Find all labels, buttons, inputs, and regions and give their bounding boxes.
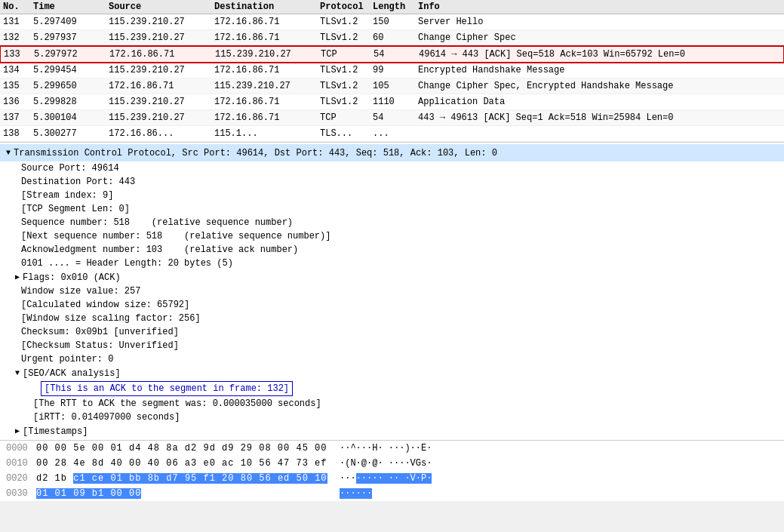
tcp-detail-row: [Checksum Status: Unverified]	[0, 339, 784, 352]
collapse-icon	[15, 270, 20, 284]
hex-bytes: d2 1b c1 ce 01 bb 8b d7 95 f1 20 80 56 e…	[36, 472, 331, 485]
hex-bytes: 01 01 09 b1 00 00	[36, 487, 331, 500]
tcp-detail-row: 0101 .... = Header Length: 20 bytes (5)	[0, 257, 784, 270]
col-header-protocol: Protocol	[320, 2, 373, 12]
hex-panel: 000000 00 5e 00 01 d4 48 8a d2 9d d9 29 …	[0, 441, 784, 501]
pkt-time: 5.297937	[33, 31, 109, 45]
pkt-proto: TLSv1.2	[320, 79, 373, 93]
col-header-info: Info	[418, 2, 781, 12]
packet-row[interactable]: 136 5.299828 115.239.210.27 172.16.86.71…	[0, 94, 784, 110]
pkt-proto: TLSv1.2	[320, 95, 373, 109]
pkt-proto: TCP	[321, 48, 374, 61]
pkt-info: 443 → 49613 [ACK] Seq=1 Ack=518 Win=2598…	[418, 111, 781, 125]
tcp-detail-row: Acknowledgment number: 103 (relative ack…	[0, 243, 784, 257]
detail-panel: Transmission Control Protocol, Src Port:…	[0, 143, 784, 441]
pkt-info: Application Data	[418, 95, 781, 109]
tcp-detail-row: Window size value: 257	[0, 284, 784, 298]
pkt-source: 115.239.210.27	[109, 31, 214, 45]
pkt-len: 99	[373, 63, 418, 77]
hex-bytes: 00 28 4e 8d 40 00 40 06 a3 e0 ac 10 56 4…	[36, 457, 331, 470]
pkt-time: 5.300104	[33, 111, 109, 125]
collapse-icon	[15, 424, 20, 438]
tcp-detail-collapsible[interactable]: Flags: 0x010 (ACK)	[0, 270, 784, 284]
tcp-collapse-icon	[6, 146, 11, 160]
pkt-info: Server Hello	[418, 15, 781, 29]
hex-bytes: 00 00 5e 00 01 d4 48 8a d2 9d d9 29 08 0…	[36, 441, 331, 455]
pkt-dest: 172.16.86.71	[214, 95, 320, 109]
tcp-detail-row: [The RTT to ACK the segment was: 0.00003…	[0, 397, 784, 411]
pkt-proto: TLSv1.2	[320, 63, 373, 77]
pkt-time: 5.300277	[33, 127, 109, 140]
packet-row[interactable]: 134 5.299454 115.239.210.27 172.16.86.71…	[0, 63, 784, 78]
packet-row[interactable]: 137 5.300104 115.239.210.27 172.16.86.71…	[0, 110, 784, 126]
packet-list: No. Time Source Destination Protocol Len…	[0, 0, 784, 143]
hex-row: 001000 28 4e 8d 40 00 40 06 a3 e0 ac 10 …	[0, 456, 784, 471]
tcp-detail-row: [Window size scaling factor: 256]	[0, 312, 784, 325]
pkt-time: 5.299828	[33, 95, 109, 109]
packet-rows-container: 131 5.297409 115.239.210.27 172.16.86.71…	[0, 14, 784, 142]
packet-row[interactable]: 135 5.299650 172.16.86.71 115.239.210.27…	[0, 78, 784, 94]
hex-row: 0020d2 1b c1 ce 01 bb 8b d7 95 f1 20 80 …	[0, 471, 784, 486]
pkt-proto: TCP	[320, 111, 373, 125]
tcp-detail-collapsible[interactable]: [Timestamps]	[0, 424, 784, 438]
pkt-source: 172.16.86.71	[109, 79, 214, 93]
tcp-detail-row: Urgent pointer: 0	[0, 352, 784, 366]
pkt-no: 133	[4, 48, 34, 61]
tcp-detail-row: [Stream index: 9]	[0, 189, 784, 202]
col-header-no: No.	[3, 2, 33, 12]
pkt-info: Change Cipher Spec, Encrypted Handshake …	[418, 79, 781, 93]
pkt-no: 134	[3, 63, 33, 77]
pkt-no: 135	[3, 79, 33, 93]
pkt-info: Encrypted Handshake Message	[418, 63, 781, 77]
pkt-proto: TLSv1.2	[320, 15, 373, 29]
pkt-no: 137	[3, 111, 33, 125]
pkt-dest: 115.239.210.27	[215, 48, 321, 61]
collapse-icon	[15, 366, 20, 380]
pkt-len: 105	[373, 79, 418, 93]
pkt-len: 60	[373, 31, 418, 45]
pkt-no: 136	[3, 95, 33, 109]
tcp-detail-text: [SEO/ACK analysis]	[23, 367, 121, 380]
pkt-time: 5.299650	[33, 79, 109, 93]
pkt-source: 115.239.210.27	[109, 111, 214, 125]
pkt-len: 54	[374, 48, 419, 61]
pkt-len: 1110	[373, 95, 418, 109]
tcp-detail-highlighted: [This is an ACK to the segment in frame:…	[41, 381, 293, 396]
pkt-source: 172.16.86.71	[109, 48, 215, 61]
pkt-no: 131	[3, 15, 33, 29]
pkt-time: 5.297972	[34, 48, 109, 61]
tcp-header-row[interactable]: Transmission Control Protocol, Src Port:…	[0, 144, 784, 161]
tcp-detail-row: Sequence number: 518 (relative sequence …	[0, 216, 784, 229]
pkt-source: 172.16.86...	[109, 127, 214, 140]
pkt-len: 54	[373, 111, 418, 125]
pkt-source: 115.239.210.27	[109, 15, 214, 29]
col-header-length: Length	[373, 2, 418, 12]
pkt-time: 5.299454	[33, 63, 109, 77]
packet-row[interactable]: 133 5.297972 172.16.86.71 115.239.210.27…	[0, 46, 784, 63]
tcp-detail-row: [iRTT: 0.014097000 seconds]	[0, 411, 784, 424]
pkt-proto: TLSv1.2	[320, 31, 373, 45]
tcp-detail-row: Checksum: 0x09b1 [unverified]	[0, 325, 784, 339]
hex-ascii: ········ ·· ·V·P·	[331, 472, 778, 485]
col-header-destination: Destination	[214, 2, 320, 12]
packet-row[interactable]: 132 5.297937 115.239.210.27 172.16.86.71…	[0, 30, 784, 46]
hex-offset: 0020	[6, 472, 36, 485]
pkt-source: 115.239.210.27	[109, 63, 214, 77]
pkt-dest: 172.16.86.71	[214, 111, 320, 125]
hex-row: 003001 01 09 b1 00 00······	[0, 486, 784, 501]
pkt-dest: 115.1...	[214, 127, 320, 140]
hex-rows-container: 000000 00 5e 00 01 d4 48 8a d2 9d d9 29 …	[0, 441, 784, 501]
pkt-info: Change Cipher Spec	[418, 31, 781, 45]
tcp-detail-collapsible[interactable]: [SEO/ACK analysis]	[0, 366, 784, 380]
tcp-detail-row: [Next sequence number: 518 (relative seq…	[0, 229, 784, 243]
tcp-detail-text: Flags: 0x010 (ACK)	[23, 271, 121, 284]
tcp-detail-text: [Timestamps]	[23, 425, 88, 438]
packet-row[interactable]: 131 5.297409 115.239.210.27 172.16.86.71…	[0, 14, 784, 30]
col-header-source: Source	[109, 2, 214, 12]
packet-row[interactable]: 138 5.300277 172.16.86... 115.1... TLS..…	[0, 126, 784, 142]
hex-offset: 0010	[6, 457, 36, 470]
hex-ascii: ·(N·@·@· ····VGs·	[331, 457, 778, 470]
pkt-len: 150	[373, 15, 418, 29]
pkt-dest: 172.16.86.71	[214, 15, 320, 29]
pkt-no: 138	[3, 127, 33, 140]
